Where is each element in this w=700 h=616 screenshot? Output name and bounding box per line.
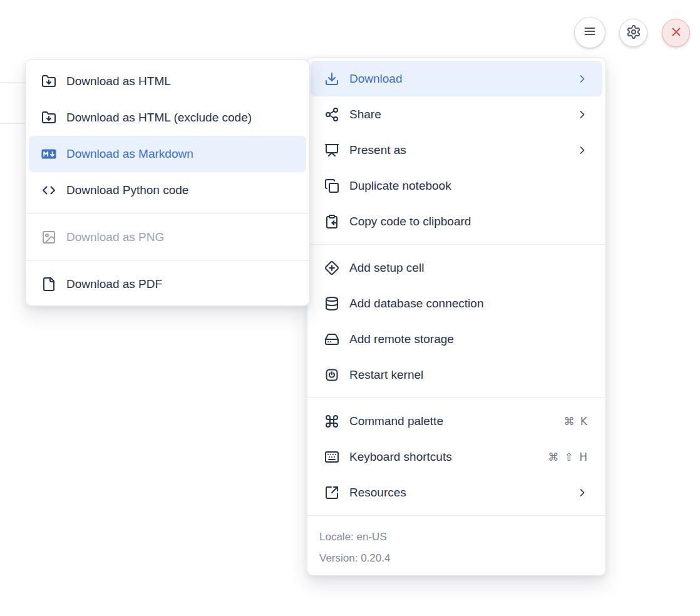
menu-item-download-as-pdf[interactable]: Download as PDF: [29, 266, 306, 302]
keyboard-shortcut-hint: ⌘ ⇧ H: [548, 451, 589, 463]
menu-item-label: Download as PDF: [66, 277, 294, 291]
background-divider: [0, 123, 27, 124]
menu-item-keyboard-shortcuts[interactable]: Keyboard shortcuts⌘ ⇧ H: [311, 439, 602, 475]
menu-separator: [26, 260, 309, 261]
menu-item-restart-kernel[interactable]: Restart kernel: [311, 357, 602, 393]
database-icon: [324, 296, 339, 311]
menu-item-label: Share: [349, 108, 576, 121]
external-link-icon: [324, 485, 339, 500]
settings-button[interactable]: [619, 19, 647, 47]
menu-footer: Locale: en-USVersion: 0.20.4: [311, 521, 602, 572]
hard-drive-icon: [324, 332, 339, 347]
menu-item-label: Command palette: [349, 414, 564, 428]
clipboard-copy-icon: [324, 214, 339, 229]
keyboard-icon: [324, 449, 339, 465]
folder-down-icon: [41, 74, 56, 89]
menu-item-download-as-markdown[interactable]: Download as Markdown: [29, 136, 306, 172]
menu-item-label: Download as HTML (exclude code): [66, 111, 294, 125]
menu-item-present-as[interactable]: Present as: [311, 132, 602, 168]
menu-item-label: Copy code to clipboard: [349, 215, 589, 228]
chevron-right-icon: [576, 144, 589, 157]
menu-item-command-palette[interactable]: Command palette⌘ K: [311, 403, 602, 439]
menu-item-label: Download: [349, 72, 576, 86]
menu-item-label: Download Python code: [66, 183, 294, 197]
menu-separator: [307, 398, 605, 398]
menu-item-resources[interactable]: Resources: [311, 475, 602, 510]
menu-item-download-as-html[interactable]: Download as HTML: [29, 63, 306, 100]
menu-item-label: Download as HTML: [66, 74, 294, 88]
image-icon: [41, 230, 56, 245]
menu-item-duplicate-notebook[interactable]: Duplicate notebook: [311, 168, 602, 203]
menu-item-label: Add setup cell: [349, 261, 589, 275]
menu-item-label: Duplicate notebook: [349, 179, 589, 193]
locale-text: Locale: en-US: [319, 526, 594, 548]
shutdown-button[interactable]: [662, 19, 690, 47]
folder-down-icon: [41, 110, 56, 125]
chevron-right-icon: [576, 486, 589, 499]
power-square-icon: [324, 367, 339, 382]
chevron-right-icon: [576, 108, 589, 121]
notebook-menu-button[interactable]: [574, 17, 605, 48]
command-icon: [324, 414, 339, 429]
diamond-plus-icon: [324, 260, 339, 275]
menu-item-label: Present as: [349, 143, 576, 157]
download-submenu: Download as HTMLDownload as HTML (exclud…: [25, 59, 310, 306]
version-text: Version: 0.20.4: [319, 548, 594, 569]
menu-item-label: Add database connection: [349, 297, 589, 311]
menu-item-add-remote-storage[interactable]: Add remote storage: [311, 321, 602, 357]
menu-item-download-as-png[interactable]: Download as PNG: [29, 219, 306, 255]
share-icon: [324, 107, 339, 122]
menu-item-download[interactable]: Download: [311, 61, 602, 96]
presentation-icon: [324, 143, 339, 158]
notebook-page: DownloadSharePresent asDuplicate noteboo…: [0, 0, 700, 616]
close-icon: [669, 25, 683, 41]
gear-icon: [626, 24, 641, 42]
notebook-actions-menu: DownloadSharePresent asDuplicate noteboo…: [307, 57, 606, 576]
menu-separator: [307, 244, 605, 245]
background-divider: [0, 82, 27, 83]
download-icon: [324, 71, 339, 86]
file-icon: [41, 277, 56, 292]
menu-item-label: Restart kernel: [349, 368, 589, 382]
menu-item-download-as-html-exclude-code[interactable]: Download as HTML (exclude code): [29, 100, 306, 136]
menu-item-share[interactable]: Share: [311, 96, 602, 132]
menu-separator: [307, 515, 605, 516]
menu-item-label: Keyboard shortcuts: [349, 450, 548, 464]
menu-item-label: Resources: [349, 486, 576, 500]
keyboard-shortcut-hint: ⌘ K: [564, 415, 589, 428]
menu-item-label: Download as Markdown: [66, 147, 294, 161]
menu-item-add-database-connection[interactable]: Add database connection: [311, 285, 602, 321]
menu-item-label: Add remote storage: [349, 332, 589, 346]
duplicate-icon: [324, 178, 339, 193]
code-icon: [41, 183, 56, 198]
menu-item-label: Download as PNG: [66, 230, 294, 244]
menu-item-copy-code-to-clipboard[interactable]: Copy code to clipboard: [311, 203, 602, 239]
chevron-right-icon: [576, 73, 589, 85]
menu-item-download-python-code[interactable]: Download Python code: [29, 172, 306, 208]
menu-separator: [26, 213, 309, 214]
menu-item-add-setup-cell[interactable]: Add setup cell: [311, 250, 602, 285]
hamburger-icon: [582, 24, 597, 41]
markdown-icon: [41, 146, 56, 162]
